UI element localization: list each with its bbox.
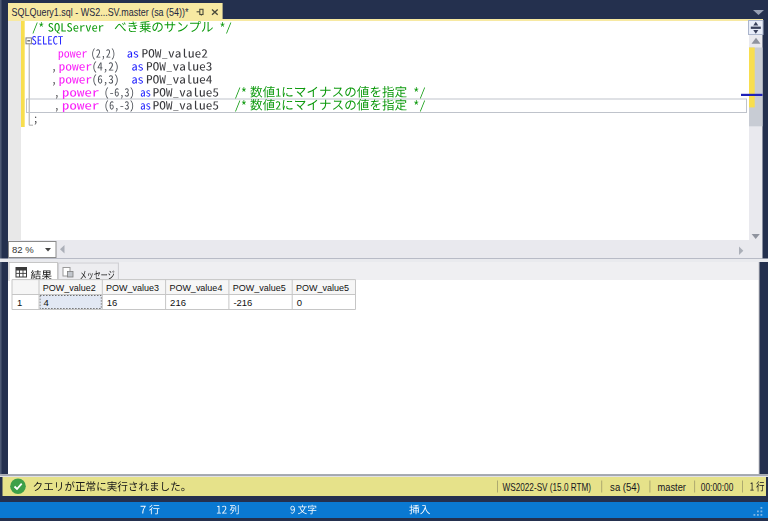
svg-text:POW_value5: POW_value5 xyxy=(296,282,349,293)
svg-text:-216: -216 xyxy=(233,297,252,308)
svg-text:82 %: 82 % xyxy=(12,244,34,255)
svg-text:sa (54): sa (54) xyxy=(610,481,640,493)
svg-text:master: master xyxy=(658,481,687,493)
svg-text:1: 1 xyxy=(17,297,22,308)
svg-text:00:00:00: 00:00:00 xyxy=(701,481,734,493)
svg-text:POW_value4: POW_value4 xyxy=(169,282,222,293)
svg-text:POW_value2: POW_value2 xyxy=(43,282,96,293)
svg-text:0: 0 xyxy=(297,297,302,308)
svg-text:SQLQuery1.sql - WS2...SV.maste: SQLQuery1.sql - WS2...SV.master (sa (54)… xyxy=(12,6,190,18)
svg-text:216: 216 xyxy=(170,297,186,308)
svg-text:16: 16 xyxy=(107,297,118,308)
svg-text:POW_value5: POW_value5 xyxy=(233,282,286,293)
svg-text:4: 4 xyxy=(44,297,49,308)
svg-text:POW_value3: POW_value3 xyxy=(106,282,159,293)
svg-text:WS2022-SV (15.0 RTM): WS2022-SV (15.0 RTM) xyxy=(503,481,592,493)
